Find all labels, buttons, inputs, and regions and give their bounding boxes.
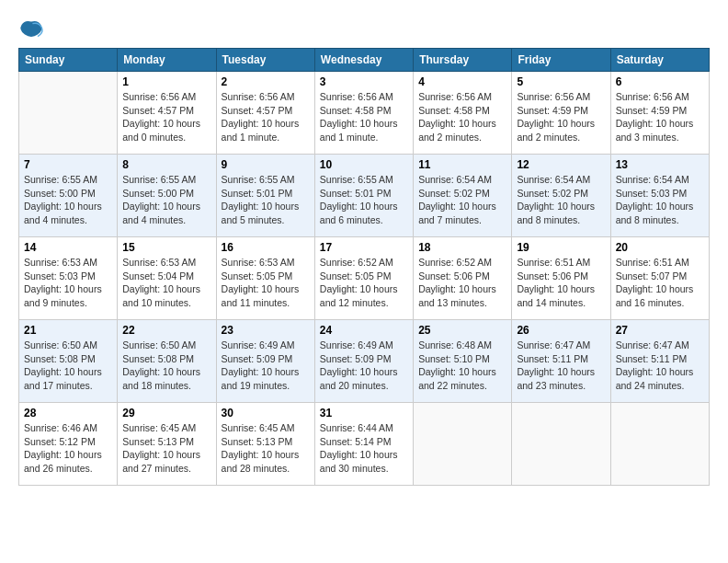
day-number: 3 (320, 75, 408, 88)
day-info: Sunrise: 6:45 AM Sunset: 5:13 PM Dayligh… (122, 421, 210, 476)
day-info: Sunrise: 6:52 AM Sunset: 5:05 PM Dayligh… (320, 256, 408, 310)
day-info: Sunrise: 6:53 AM Sunset: 5:03 PM Dayligh… (24, 256, 112, 310)
calendar-cell (610, 403, 709, 486)
calendar-cell: 22Sunrise: 6:50 AM Sunset: 5:08 PM Dayli… (118, 320, 216, 403)
day-info: Sunrise: 6:54 AM Sunset: 5:03 PM Dayligh… (616, 173, 704, 227)
day-number: 22 (122, 324, 210, 337)
calendar-cell: 7Sunrise: 6:55 AM Sunset: 5:00 PM Daylig… (19, 155, 118, 237)
logo (18, 18, 46, 44)
calendar-cell: 13Sunrise: 6:54 AM Sunset: 5:03 PM Dayli… (610, 155, 709, 237)
calendar-cell: 6Sunrise: 6:56 AM Sunset: 4:59 PM Daylig… (610, 72, 709, 155)
day-number: 2 (222, 75, 310, 88)
header-saturday: Saturday (610, 49, 709, 72)
calendar-table: SundayMondayTuesdayWednesdayThursdayFrid… (18, 48, 710, 486)
day-info: Sunrise: 6:52 AM Sunset: 5:06 PM Dayligh… (418, 256, 506, 310)
calendar-cell: 14Sunrise: 6:53 AM Sunset: 5:03 PM Dayli… (19, 237, 118, 320)
calendar-cell: 2Sunrise: 6:56 AM Sunset: 4:57 PM Daylig… (216, 72, 314, 155)
day-info: Sunrise: 6:56 AM Sunset: 4:58 PM Dayligh… (418, 90, 506, 144)
calendar-cell (19, 72, 118, 155)
day-number: 10 (320, 158, 408, 171)
calendar-cell: 5Sunrise: 6:56 AM Sunset: 4:59 PM Daylig… (512, 72, 610, 155)
calendar-cell: 25Sunrise: 6:48 AM Sunset: 5:10 PM Dayli… (414, 320, 512, 403)
calendar-cell: 1Sunrise: 6:56 AM Sunset: 4:57 PM Daylig… (118, 72, 216, 155)
day-number: 19 (517, 241, 605, 254)
day-number: 30 (222, 407, 310, 419)
week-row-4: 21Sunrise: 6:50 AM Sunset: 5:08 PM Dayli… (19, 320, 710, 403)
calendar-cell: 29Sunrise: 6:45 AM Sunset: 5:13 PM Dayli… (118, 403, 216, 486)
calendar-cell: 8Sunrise: 6:55 AM Sunset: 5:00 PM Daylig… (118, 155, 216, 237)
calendar-cell: 12Sunrise: 6:54 AM Sunset: 5:02 PM Dayli… (512, 155, 610, 237)
day-info: Sunrise: 6:50 AM Sunset: 5:08 PM Dayligh… (122, 339, 210, 393)
day-number: 27 (616, 324, 704, 337)
calendar-cell: 31Sunrise: 6:44 AM Sunset: 5:14 PM Dayli… (314, 403, 413, 486)
day-number: 25 (418, 324, 506, 337)
day-number: 7 (24, 158, 112, 171)
day-number: 5 (517, 75, 605, 88)
day-number: 1 (122, 75, 210, 88)
header-sunday: Sunday (19, 49, 118, 72)
day-info: Sunrise: 6:56 AM Sunset: 4:57 PM Dayligh… (122, 90, 210, 144)
day-info: Sunrise: 6:47 AM Sunset: 5:11 PM Dayligh… (616, 339, 704, 393)
calendar-cell: 15Sunrise: 6:53 AM Sunset: 5:04 PM Dayli… (118, 237, 216, 320)
calendar-cell: 9Sunrise: 6:55 AM Sunset: 5:01 PM Daylig… (216, 155, 314, 237)
week-row-1: 1Sunrise: 6:56 AM Sunset: 4:57 PM Daylig… (19, 72, 710, 155)
calendar-header-row: SundayMondayTuesdayWednesdayThursdayFrid… (19, 49, 710, 72)
day-number: 15 (122, 241, 210, 254)
calendar-cell: 30Sunrise: 6:45 AM Sunset: 5:13 PM Dayli… (216, 403, 314, 486)
day-info: Sunrise: 6:56 AM Sunset: 4:59 PM Dayligh… (616, 90, 704, 144)
day-info: Sunrise: 6:46 AM Sunset: 5:12 PM Dayligh… (24, 421, 112, 476)
calendar-cell: 27Sunrise: 6:47 AM Sunset: 5:11 PM Dayli… (610, 320, 709, 403)
day-info: Sunrise: 6:55 AM Sunset: 5:01 PM Dayligh… (320, 173, 408, 227)
day-info: Sunrise: 6:53 AM Sunset: 5:04 PM Dayligh… (122, 256, 210, 310)
day-info: Sunrise: 6:51 AM Sunset: 5:06 PM Dayligh… (517, 256, 605, 310)
calendar-cell: 26Sunrise: 6:47 AM Sunset: 5:11 PM Dayli… (512, 320, 610, 403)
day-number: 12 (517, 158, 605, 171)
day-number: 9 (222, 158, 310, 171)
calendar-cell: 23Sunrise: 6:49 AM Sunset: 5:09 PM Dayli… (216, 320, 314, 403)
header-thursday: Thursday (414, 49, 512, 72)
calendar-cell: 20Sunrise: 6:51 AM Sunset: 5:07 PM Dayli… (610, 237, 709, 320)
logo-icon (18, 18, 44, 44)
day-info: Sunrise: 6:56 AM Sunset: 4:59 PM Dayligh… (517, 90, 605, 144)
day-info: Sunrise: 6:50 AM Sunset: 5:08 PM Dayligh… (24, 339, 112, 393)
week-row-2: 7Sunrise: 6:55 AM Sunset: 5:00 PM Daylig… (19, 155, 710, 237)
day-number: 24 (320, 324, 408, 337)
calendar-cell (414, 403, 512, 486)
day-number: 21 (24, 324, 112, 337)
day-info: Sunrise: 6:56 AM Sunset: 4:58 PM Dayligh… (320, 90, 408, 144)
day-info: Sunrise: 6:48 AM Sunset: 5:10 PM Dayligh… (418, 339, 506, 393)
day-info: Sunrise: 6:55 AM Sunset: 5:01 PM Dayligh… (222, 173, 310, 227)
day-number: 4 (418, 75, 506, 88)
calendar-cell (512, 403, 610, 486)
day-info: Sunrise: 6:45 AM Sunset: 5:13 PM Dayligh… (222, 421, 310, 476)
day-info: Sunrise: 6:49 AM Sunset: 5:09 PM Dayligh… (320, 339, 408, 393)
header-friday: Friday (512, 49, 610, 72)
day-info: Sunrise: 6:54 AM Sunset: 5:02 PM Dayligh… (418, 173, 506, 227)
calendar-cell: 4Sunrise: 6:56 AM Sunset: 4:58 PM Daylig… (414, 72, 512, 155)
header-monday: Monday (118, 49, 216, 72)
header-tuesday: Tuesday (216, 49, 314, 72)
day-number: 14 (24, 241, 112, 254)
day-info: Sunrise: 6:54 AM Sunset: 5:02 PM Dayligh… (517, 173, 605, 227)
day-info: Sunrise: 6:55 AM Sunset: 5:00 PM Dayligh… (24, 173, 112, 227)
calendar-cell: 10Sunrise: 6:55 AM Sunset: 5:01 PM Dayli… (314, 155, 413, 237)
day-info: Sunrise: 6:44 AM Sunset: 5:14 PM Dayligh… (320, 421, 408, 476)
day-number: 28 (24, 407, 112, 419)
day-number: 16 (222, 241, 310, 254)
day-number: 23 (222, 324, 310, 337)
day-number: 6 (616, 75, 704, 88)
calendar-cell: 17Sunrise: 6:52 AM Sunset: 5:05 PM Dayli… (314, 237, 413, 320)
calendar-cell: 18Sunrise: 6:52 AM Sunset: 5:06 PM Dayli… (414, 237, 512, 320)
calendar-cell: 21Sunrise: 6:50 AM Sunset: 5:08 PM Dayli… (19, 320, 118, 403)
day-info: Sunrise: 6:47 AM Sunset: 5:11 PM Dayligh… (517, 339, 605, 393)
day-info: Sunrise: 6:51 AM Sunset: 5:07 PM Dayligh… (616, 256, 704, 310)
day-number: 20 (616, 241, 704, 254)
day-info: Sunrise: 6:55 AM Sunset: 5:00 PM Dayligh… (122, 173, 210, 227)
week-row-3: 14Sunrise: 6:53 AM Sunset: 5:03 PM Dayli… (19, 237, 710, 320)
day-number: 11 (418, 158, 506, 171)
day-number: 29 (122, 407, 210, 419)
day-number: 18 (418, 241, 506, 254)
day-number: 31 (320, 407, 408, 419)
calendar-cell: 11Sunrise: 6:54 AM Sunset: 5:02 PM Dayli… (414, 155, 512, 237)
day-info: Sunrise: 6:53 AM Sunset: 5:05 PM Dayligh… (222, 256, 310, 310)
